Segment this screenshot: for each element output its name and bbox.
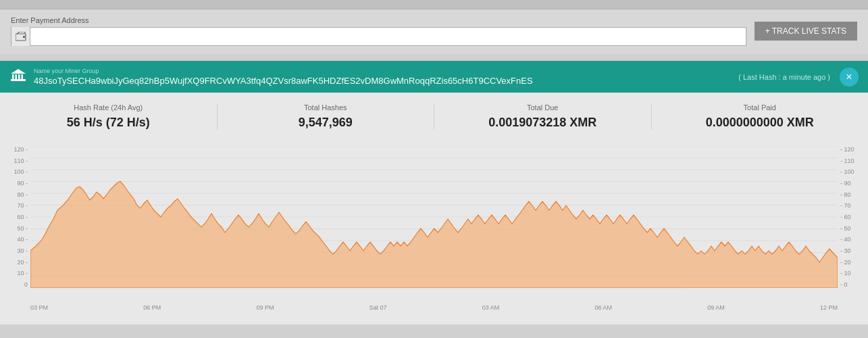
bank-icon xyxy=(11,69,26,84)
total-hashes-value: 9,547,969 xyxy=(218,116,434,130)
tab-left[interactable] xyxy=(0,0,267,9)
svg-rect-7 xyxy=(11,79,26,81)
stat-total-paid: Total Paid 0.0000000000 XMR xyxy=(652,103,869,130)
x-label-03pm: 03 PM xyxy=(30,304,48,311)
svg-rect-3 xyxy=(16,74,18,79)
payment-address-input[interactable] xyxy=(30,28,746,45)
x-label-12pm: 12 PM xyxy=(820,304,838,311)
hash-rate-value: 56 H/s (72 H/s) xyxy=(0,116,217,130)
chart-wrapper: 120 - 110 - 100 - 90 - 80 - 70 - 60 - 50… xyxy=(0,146,868,301)
chart-svg-container xyxy=(30,146,838,301)
miner-close-button[interactable]: × xyxy=(840,68,859,87)
top-tabs-bar xyxy=(0,0,868,9)
stat-total-hashes: Total Hashes 9,547,969 xyxy=(218,103,435,130)
x-label-sat07: Sat 07 xyxy=(369,304,387,311)
svg-marker-6 xyxy=(11,69,26,74)
x-label-09am: 09 AM xyxy=(707,304,725,311)
chart-area: 120 - 110 - 100 - 90 - 80 - 70 - 60 - 50… xyxy=(0,141,868,324)
payment-input-wrap xyxy=(11,27,746,46)
payment-label: Enter Payment Address xyxy=(11,16,746,24)
x-label-06pm: 06 PM xyxy=(143,304,161,311)
svg-rect-5 xyxy=(22,74,24,79)
x-label-09pm: 09 PM xyxy=(256,304,274,311)
total-hashes-label: Total Hashes xyxy=(218,103,434,112)
stats-row: Hash Rate (24h Avg) 56 H/s (72 H/s) Tota… xyxy=(0,93,868,141)
miner-banner: Name your Miner Group 48JsoTySECHa9wbiJy… xyxy=(0,61,868,93)
payment-row: Enter Payment Address + TRACK LIVE STATS xyxy=(0,9,868,54)
svg-rect-4 xyxy=(18,74,20,79)
svg-rect-1 xyxy=(23,36,25,38)
stat-hash-rate: Hash Rate (24h Avg) 56 H/s (72 H/s) xyxy=(0,103,218,130)
total-due-label: Total Due xyxy=(434,103,651,112)
track-live-stats-button[interactable]: + TRACK LIVE STATS xyxy=(755,22,857,41)
miner-info: Name your Miner Group 48JsoTySECHa9wbiJy… xyxy=(34,68,533,86)
y-axis-right: - 120 - 110 - 100 - 90 - 80 - 70 - 60 - … xyxy=(838,146,868,288)
wallet-icon xyxy=(11,27,30,46)
stat-total-due: Total Due 0.0019073218 XMR xyxy=(434,103,652,130)
tab-right[interactable] xyxy=(267,0,868,9)
x-label-06am: 06 AM xyxy=(595,304,613,311)
x-axis-labels: 03 PM 06 PM 09 PM Sat 07 03 AM 06 AM 09 … xyxy=(0,301,868,311)
total-paid-label: Total Paid xyxy=(652,103,869,112)
miner-name-label: Name your Miner Group xyxy=(34,68,533,74)
hash-rate-chart xyxy=(30,146,838,288)
svg-rect-2 xyxy=(12,74,14,79)
total-due-value: 0.0019073218 XMR xyxy=(434,116,651,130)
x-label-03am: 03 AM xyxy=(482,304,500,311)
y-axis-left: 120 - 110 - 100 - 90 - 80 - 70 - 60 - 50… xyxy=(0,146,30,288)
payment-input-section: Enter Payment Address xyxy=(11,16,746,46)
hash-rate-label: Hash Rate (24h Avg) xyxy=(0,103,217,112)
miner-address: 48JsoTySECHa9wbiJyGeq82hBp5WujfXQ9FRCvWY… xyxy=(34,76,533,86)
total-paid-value: 0.0000000000 XMR xyxy=(652,116,869,130)
